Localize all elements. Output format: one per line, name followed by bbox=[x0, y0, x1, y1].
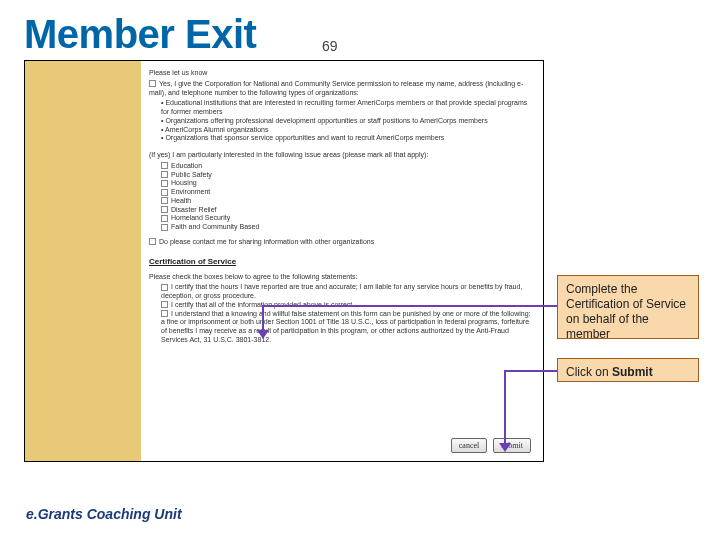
checkbox-icon bbox=[149, 238, 156, 245]
share-note: Do please contact me for sharing informa… bbox=[159, 238, 374, 245]
org-list: Educational institutions that are intere… bbox=[149, 99, 535, 143]
checkbox-icon bbox=[161, 206, 168, 213]
arrow-connector bbox=[262, 305, 264, 333]
checkbox-icon bbox=[161, 310, 168, 317]
list-item: AmeriCorps Alumni organizations bbox=[161, 126, 535, 135]
list-item: I certify that the hours I have reported… bbox=[161, 283, 535, 301]
list-item: Health bbox=[161, 197, 535, 206]
checkbox-icon bbox=[149, 80, 156, 87]
list-item: Organizations that sponsor service oppor… bbox=[161, 134, 535, 143]
embedded-screenshot: Please let us know Yes, I give the Corpo… bbox=[24, 60, 544, 462]
checkbox-icon bbox=[161, 224, 168, 231]
list-item: Environment bbox=[161, 188, 535, 197]
cert-intro: Please check the boxes below to agree to… bbox=[149, 273, 535, 282]
checkbox-icon bbox=[161, 215, 168, 222]
list-item: Homeland Security bbox=[161, 214, 535, 223]
interest-list: Education Public Safety Housing Environm… bbox=[149, 162, 535, 232]
list-item: Organizations offering professional deve… bbox=[161, 117, 535, 126]
arrow-connector bbox=[262, 305, 557, 307]
checkbox-icon bbox=[161, 284, 168, 291]
sidebar-strip bbox=[25, 61, 141, 461]
arrow-connector bbox=[504, 370, 557, 372]
cert-list: I certify that the hours I have reported… bbox=[149, 283, 535, 344]
interest-intro: (If yes) I am particularly interested in… bbox=[149, 151, 535, 160]
callout-text: Click on bbox=[566, 365, 612, 379]
form-buttons: cancel submit bbox=[451, 438, 531, 453]
checkbox-icon bbox=[161, 301, 168, 308]
checkbox-icon bbox=[161, 197, 168, 204]
footer-text: e.Grants Coaching Unit bbox=[26, 506, 182, 522]
arrow-head-icon bbox=[499, 443, 511, 452]
list-item: Educational institutions that are intere… bbox=[161, 99, 535, 117]
consent-text: Yes, I give the Corporation for National… bbox=[149, 80, 523, 96]
list-item: Public Safety bbox=[161, 171, 535, 180]
form-intro: Please let us know bbox=[149, 69, 535, 78]
checkbox-icon bbox=[161, 180, 168, 187]
callout-submit: Click on Submit bbox=[557, 358, 699, 382]
slide-number: 69 bbox=[322, 38, 338, 54]
cancel-button[interactable]: cancel bbox=[451, 438, 487, 453]
certification-heading: Certification of Service bbox=[149, 257, 535, 267]
list-item: I understand that a knowing and willful … bbox=[161, 310, 535, 345]
list-item: Housing bbox=[161, 179, 535, 188]
callout-bold: Submit bbox=[612, 365, 653, 379]
slide-title: Member Exit bbox=[0, 0, 720, 61]
checkbox-icon bbox=[161, 189, 168, 196]
list-item: Disaster Relief bbox=[161, 206, 535, 215]
list-item: Faith and Community Based bbox=[161, 223, 535, 232]
checkbox-icon bbox=[161, 162, 168, 169]
checkbox-icon bbox=[161, 171, 168, 178]
form-content: Please let us know Yes, I give the Corpo… bbox=[149, 67, 535, 345]
arrow-head-icon bbox=[257, 330, 269, 339]
callout-certification: Complete the Certification of Service on… bbox=[557, 275, 699, 339]
list-item: Education bbox=[161, 162, 535, 171]
arrow-connector bbox=[504, 370, 506, 446]
